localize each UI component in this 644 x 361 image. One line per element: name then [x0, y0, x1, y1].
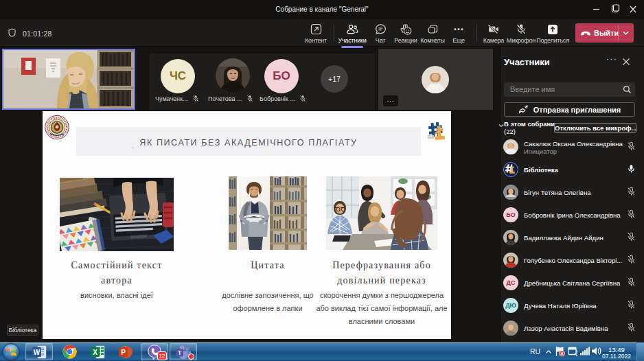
svg-text:T: T — [177, 349, 181, 356]
svg-text:X: X — [93, 349, 97, 356]
svg-text:P: P — [121, 349, 126, 356]
svg-text:W: W — [33, 349, 40, 356]
